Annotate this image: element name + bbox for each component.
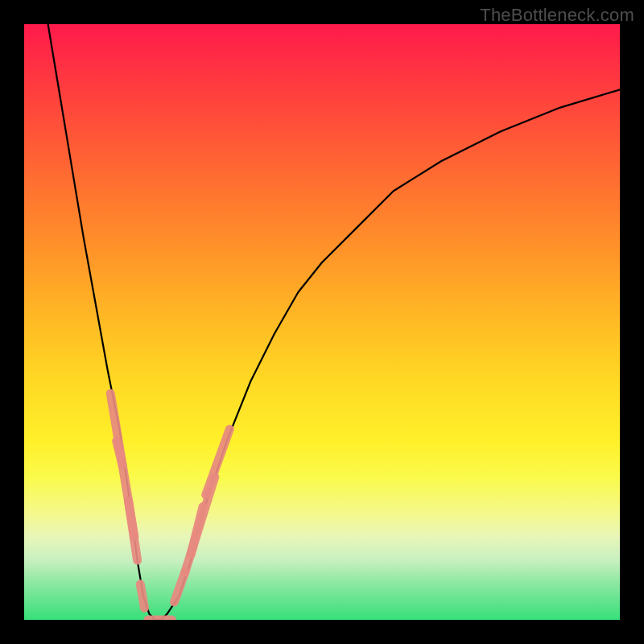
watermark-text: TheBottleneck.com [480,5,634,26]
highlight-segment [140,584,144,609]
highlight-segment [117,441,122,465]
highlight-segment [175,572,185,602]
highlight-segment [129,501,138,560]
plot-area [24,24,620,620]
highlight-overlay [110,394,229,620]
highlight-segment [206,429,230,494]
outer-frame: TheBottleneck.com [0,0,644,644]
curve-svg [24,24,620,620]
highlight-segment [191,506,203,554]
